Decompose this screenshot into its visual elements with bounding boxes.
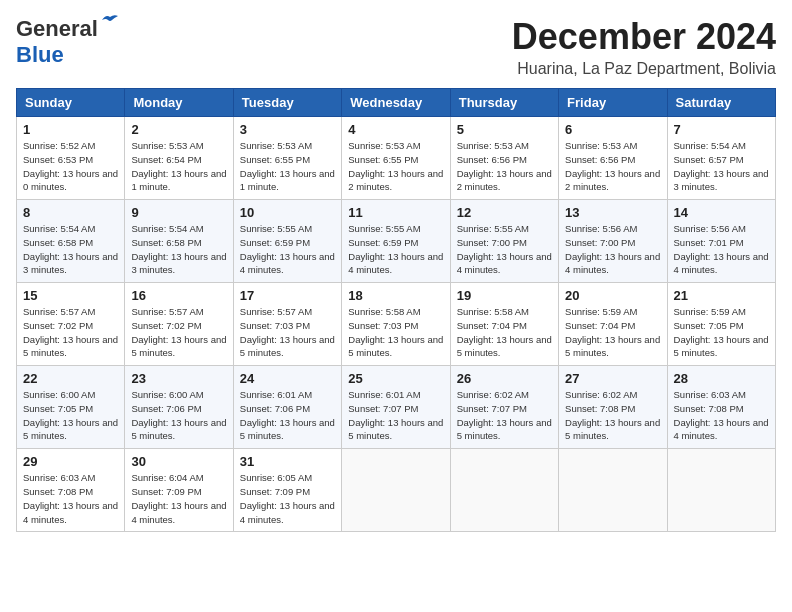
- day-number: 12: [457, 205, 552, 220]
- calendar-cell: [667, 449, 775, 532]
- day-info: Sunrise: 6:02 AM Sunset: 7:08 PM Dayligh…: [565, 388, 660, 443]
- calendar-cell: 23 Sunrise: 6:00 AM Sunset: 7:06 PM Dayl…: [125, 366, 233, 449]
- calendar-cell: 27 Sunrise: 6:02 AM Sunset: 7:08 PM Dayl…: [559, 366, 667, 449]
- day-number: 8: [23, 205, 118, 220]
- calendar-cell: 3 Sunrise: 5:53 AM Sunset: 6:55 PM Dayli…: [233, 117, 341, 200]
- calendar-cell: 2 Sunrise: 5:53 AM Sunset: 6:54 PM Dayli…: [125, 117, 233, 200]
- day-info: Sunrise: 6:05 AM Sunset: 7:09 PM Dayligh…: [240, 471, 335, 526]
- calendar-cell: 7 Sunrise: 5:54 AM Sunset: 6:57 PM Dayli…: [667, 117, 775, 200]
- day-info: Sunrise: 5:54 AM Sunset: 6:58 PM Dayligh…: [23, 222, 118, 277]
- calendar-cell: 25 Sunrise: 6:01 AM Sunset: 7:07 PM Dayl…: [342, 366, 450, 449]
- day-info: Sunrise: 6:02 AM Sunset: 7:07 PM Dayligh…: [457, 388, 552, 443]
- day-info: Sunrise: 5:57 AM Sunset: 7:02 PM Dayligh…: [131, 305, 226, 360]
- calendar-cell: 4 Sunrise: 5:53 AM Sunset: 6:55 PM Dayli…: [342, 117, 450, 200]
- day-info: Sunrise: 6:03 AM Sunset: 7:08 PM Dayligh…: [674, 388, 769, 443]
- page-header: General Blue December 2024 Huarina, La P…: [16, 16, 776, 78]
- day-info: Sunrise: 5:52 AM Sunset: 6:53 PM Dayligh…: [23, 139, 118, 194]
- day-number: 27: [565, 371, 660, 386]
- day-number: 3: [240, 122, 335, 137]
- day-number: 13: [565, 205, 660, 220]
- calendar-cell: 14 Sunrise: 5:56 AM Sunset: 7:01 PM Dayl…: [667, 200, 775, 283]
- calendar-day-header: Sunday: [17, 89, 125, 117]
- day-info: Sunrise: 5:54 AM Sunset: 6:58 PM Dayligh…: [131, 222, 226, 277]
- month-title: December 2024: [512, 16, 776, 58]
- calendar-cell: [342, 449, 450, 532]
- day-number: 24: [240, 371, 335, 386]
- day-number: 14: [674, 205, 769, 220]
- calendar-week-row: 22 Sunrise: 6:00 AM Sunset: 7:05 PM Dayl…: [17, 366, 776, 449]
- calendar-day-header: Wednesday: [342, 89, 450, 117]
- day-info: Sunrise: 6:03 AM Sunset: 7:08 PM Dayligh…: [23, 471, 118, 526]
- calendar-cell: 6 Sunrise: 5:53 AM Sunset: 6:56 PM Dayli…: [559, 117, 667, 200]
- calendar-table: SundayMondayTuesdayWednesdayThursdayFrid…: [16, 88, 776, 532]
- calendar-day-header: Monday: [125, 89, 233, 117]
- day-number: 21: [674, 288, 769, 303]
- day-number: 15: [23, 288, 118, 303]
- calendar-cell: 31 Sunrise: 6:05 AM Sunset: 7:09 PM Dayl…: [233, 449, 341, 532]
- calendar-cell: 26 Sunrise: 6:02 AM Sunset: 7:07 PM Dayl…: [450, 366, 558, 449]
- day-number: 28: [674, 371, 769, 386]
- calendar-cell: 13 Sunrise: 5:56 AM Sunset: 7:00 PM Dayl…: [559, 200, 667, 283]
- day-number: 29: [23, 454, 118, 469]
- day-number: 17: [240, 288, 335, 303]
- day-number: 9: [131, 205, 226, 220]
- day-number: 4: [348, 122, 443, 137]
- day-number: 7: [674, 122, 769, 137]
- logo-blue: Blue: [16, 42, 64, 68]
- day-info: Sunrise: 6:04 AM Sunset: 7:09 PM Dayligh…: [131, 471, 226, 526]
- day-info: Sunrise: 6:01 AM Sunset: 7:06 PM Dayligh…: [240, 388, 335, 443]
- day-info: Sunrise: 5:54 AM Sunset: 6:57 PM Dayligh…: [674, 139, 769, 194]
- calendar-cell: 30 Sunrise: 6:04 AM Sunset: 7:09 PM Dayl…: [125, 449, 233, 532]
- day-number: 16: [131, 288, 226, 303]
- calendar-cell: 22 Sunrise: 6:00 AM Sunset: 7:05 PM Dayl…: [17, 366, 125, 449]
- calendar-week-row: 1 Sunrise: 5:52 AM Sunset: 6:53 PM Dayli…: [17, 117, 776, 200]
- day-number: 2: [131, 122, 226, 137]
- day-number: 31: [240, 454, 335, 469]
- logo: General Blue: [16, 16, 98, 68]
- day-info: Sunrise: 5:55 AM Sunset: 6:59 PM Dayligh…: [348, 222, 443, 277]
- calendar-cell: [450, 449, 558, 532]
- day-number: 5: [457, 122, 552, 137]
- day-info: Sunrise: 6:00 AM Sunset: 7:05 PM Dayligh…: [23, 388, 118, 443]
- day-info: Sunrise: 5:53 AM Sunset: 6:54 PM Dayligh…: [131, 139, 226, 194]
- day-number: 23: [131, 371, 226, 386]
- calendar-cell: 20 Sunrise: 5:59 AM Sunset: 7:04 PM Dayl…: [559, 283, 667, 366]
- calendar-cell: 9 Sunrise: 5:54 AM Sunset: 6:58 PM Dayli…: [125, 200, 233, 283]
- day-info: Sunrise: 5:57 AM Sunset: 7:03 PM Dayligh…: [240, 305, 335, 360]
- title-section: December 2024 Huarina, La Paz Department…: [512, 16, 776, 78]
- day-info: Sunrise: 5:53 AM Sunset: 6:56 PM Dayligh…: [457, 139, 552, 194]
- logo-general: General: [16, 16, 98, 41]
- day-number: 11: [348, 205, 443, 220]
- day-info: Sunrise: 5:59 AM Sunset: 7:05 PM Dayligh…: [674, 305, 769, 360]
- day-number: 10: [240, 205, 335, 220]
- day-number: 30: [131, 454, 226, 469]
- calendar-cell: 12 Sunrise: 5:55 AM Sunset: 7:00 PM Dayl…: [450, 200, 558, 283]
- day-number: 22: [23, 371, 118, 386]
- calendar-week-row: 29 Sunrise: 6:03 AM Sunset: 7:08 PM Dayl…: [17, 449, 776, 532]
- calendar-cell: 18 Sunrise: 5:58 AM Sunset: 7:03 PM Dayl…: [342, 283, 450, 366]
- calendar-cell: 16 Sunrise: 5:57 AM Sunset: 7:02 PM Dayl…: [125, 283, 233, 366]
- calendar-week-row: 15 Sunrise: 5:57 AM Sunset: 7:02 PM Dayl…: [17, 283, 776, 366]
- day-info: Sunrise: 6:00 AM Sunset: 7:06 PM Dayligh…: [131, 388, 226, 443]
- calendar-week-row: 8 Sunrise: 5:54 AM Sunset: 6:58 PM Dayli…: [17, 200, 776, 283]
- calendar-cell: 21 Sunrise: 5:59 AM Sunset: 7:05 PM Dayl…: [667, 283, 775, 366]
- day-info: Sunrise: 5:55 AM Sunset: 7:00 PM Dayligh…: [457, 222, 552, 277]
- day-number: 26: [457, 371, 552, 386]
- calendar-cell: 15 Sunrise: 5:57 AM Sunset: 7:02 PM Dayl…: [17, 283, 125, 366]
- calendar-day-header: Saturday: [667, 89, 775, 117]
- day-info: Sunrise: 5:53 AM Sunset: 6:56 PM Dayligh…: [565, 139, 660, 194]
- calendar-cell: 10 Sunrise: 5:55 AM Sunset: 6:59 PM Dayl…: [233, 200, 341, 283]
- location-title: Huarina, La Paz Department, Bolivia: [512, 60, 776, 78]
- calendar-cell: 8 Sunrise: 5:54 AM Sunset: 6:58 PM Dayli…: [17, 200, 125, 283]
- calendar-cell: 29 Sunrise: 6:03 AM Sunset: 7:08 PM Dayl…: [17, 449, 125, 532]
- calendar-cell: 17 Sunrise: 5:57 AM Sunset: 7:03 PM Dayl…: [233, 283, 341, 366]
- day-number: 19: [457, 288, 552, 303]
- day-info: Sunrise: 5:55 AM Sunset: 6:59 PM Dayligh…: [240, 222, 335, 277]
- day-info: Sunrise: 5:58 AM Sunset: 7:03 PM Dayligh…: [348, 305, 443, 360]
- calendar-cell: 24 Sunrise: 6:01 AM Sunset: 7:06 PM Dayl…: [233, 366, 341, 449]
- calendar-cell: 11 Sunrise: 5:55 AM Sunset: 6:59 PM Dayl…: [342, 200, 450, 283]
- day-info: Sunrise: 5:53 AM Sunset: 6:55 PM Dayligh…: [240, 139, 335, 194]
- calendar-day-header: Thursday: [450, 89, 558, 117]
- day-info: Sunrise: 5:53 AM Sunset: 6:55 PM Dayligh…: [348, 139, 443, 194]
- calendar-header-row: SundayMondayTuesdayWednesdayThursdayFrid…: [17, 89, 776, 117]
